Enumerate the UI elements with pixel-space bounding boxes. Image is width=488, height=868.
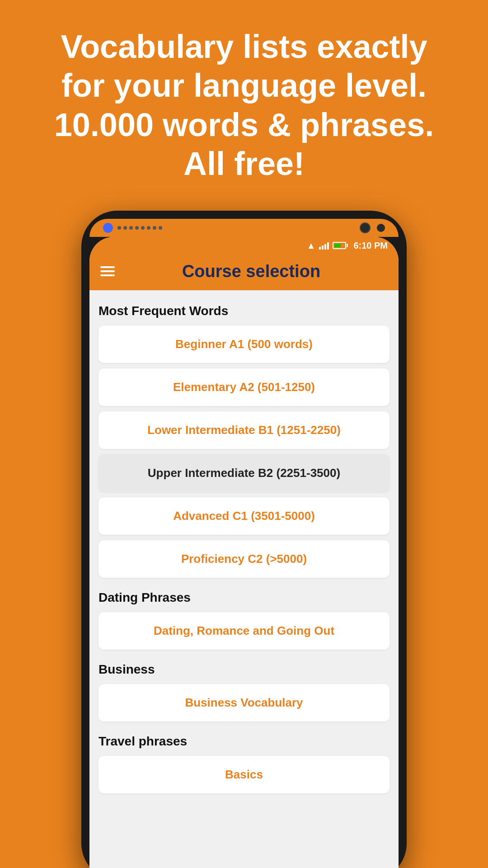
- notch-left: [103, 223, 162, 233]
- hamburger-line-3: [100, 274, 115, 276]
- section-header-travel: Travel phrases: [99, 734, 389, 749]
- course-card-text-beginner: Beginner A1 (500 words): [108, 337, 380, 351]
- signal-icon: [319, 241, 329, 250]
- course-card-beginner[interactable]: Beginner A1 (500 words): [99, 326, 389, 363]
- course-card-business-vocab[interactable]: Business Vocabulary: [99, 684, 389, 722]
- course-card-text-elementary: Elementary A2 (501-1250): [108, 380, 380, 394]
- course-card-text-upper-intermediate: Upper Intermediate B2 (2251-3500): [108, 466, 380, 480]
- course-card-dating-romance[interactable]: Dating, Romance and Going Out: [99, 612, 389, 650]
- hamburger-line-1: [100, 266, 115, 268]
- hamburger-line-2: [100, 270, 115, 272]
- battery-tip: [347, 244, 348, 247]
- status-time: 6:10 PM: [353, 241, 388, 251]
- section-header-dating: Dating Phrases: [99, 590, 389, 605]
- course-card-lower-intermediate[interactable]: Lower Intermediate B1 (1251-2250): [99, 411, 389, 449]
- notch-dots-small: [117, 226, 162, 230]
- notch-camera-main: [360, 222, 371, 233]
- status-bar: ▲ 6:10 PM: [89, 237, 399, 255]
- notch-dot-blue: [103, 223, 113, 233]
- course-list: Most Frequent WordsBeginner A1 (500 word…: [89, 290, 399, 868]
- course-card-basics[interactable]: Basics: [99, 756, 389, 793]
- course-card-upper-intermediate[interactable]: Upper Intermediate B2 (2251-3500): [99, 454, 389, 492]
- course-card-text-dating-romance: Dating, Romance and Going Out: [108, 624, 380, 638]
- course-card-text-proficiency: Proficiency C2 (>5000): [108, 552, 380, 566]
- wifi-icon: ▲: [307, 241, 316, 251]
- notch-right: [360, 222, 385, 233]
- notch-camera-secondary: [377, 224, 385, 232]
- phone-screen: ▲ 6:10 PM: [89, 237, 399, 868]
- course-card-text-lower-intermediate: Lower Intermediate B1 (1251-2250): [108, 423, 380, 437]
- app-header: Course selection: [89, 255, 399, 290]
- phone-wrapper: ▲ 6:10 PM: [0, 211, 488, 868]
- course-card-advanced[interactable]: Advanced C1 (3501-5000): [99, 497, 389, 535]
- course-card-text-business-vocab: Business Vocabulary: [108, 696, 380, 710]
- app-title: Course selection: [115, 262, 388, 281]
- course-card-text-advanced: Advanced C1 (3501-5000): [108, 509, 380, 523]
- battery-icon: [333, 242, 346, 249]
- course-card-elementary[interactable]: Elementary A2 (501-1250): [99, 368, 389, 406]
- section-header-business: Business: [99, 662, 389, 677]
- battery-container: [333, 242, 348, 249]
- promo-header: Vocabulary lists exactly for your langua…: [0, 0, 488, 202]
- status-icons: ▲: [307, 241, 348, 251]
- phone-frame: ▲ 6:10 PM: [81, 211, 407, 868]
- promo-headline: Vocabulary lists exactly for your langua…: [36, 27, 452, 184]
- section-header-most-frequent: Most Frequent Words: [99, 304, 389, 318]
- course-card-text-basics: Basics: [108, 768, 380, 782]
- course-card-proficiency[interactable]: Proficiency C2 (>5000): [99, 540, 389, 578]
- hamburger-menu[interactable]: [100, 266, 115, 276]
- phone-notch: [89, 219, 399, 237]
- battery-fill: [334, 244, 340, 247]
